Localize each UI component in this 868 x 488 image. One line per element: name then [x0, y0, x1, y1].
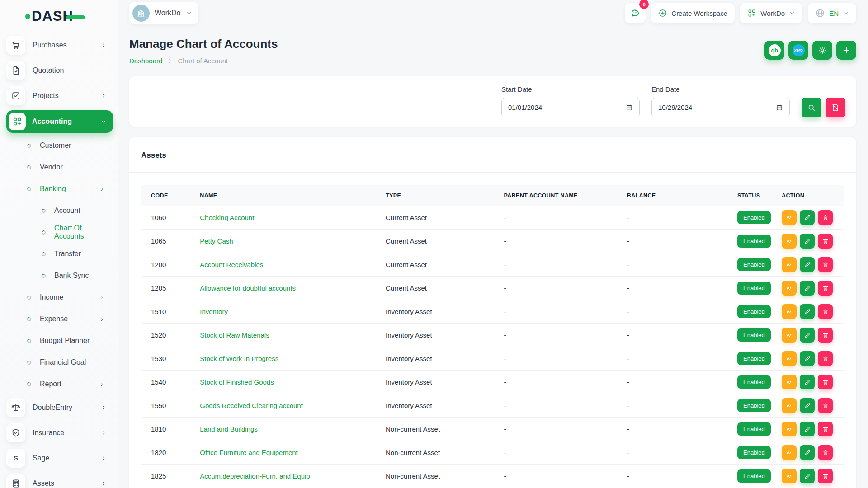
- sidebar-item-financial-goal[interactable]: Financial Goal: [6, 352, 113, 373]
- delete-button[interactable]: [818, 445, 833, 460]
- delete-button[interactable]: [818, 328, 833, 343]
- sidebar-item-report[interactable]: Report: [6, 373, 113, 395]
- transactions-button[interactable]: [782, 398, 797, 413]
- start-date-input[interactable]: 01/01/2024: [501, 98, 640, 117]
- column-header-code: CODE: [141, 185, 194, 206]
- status-badge[interactable]: Enabled: [737, 469, 771, 483]
- account-name-link[interactable]: Accum.depreciation-Furn. and Equip: [200, 472, 310, 480]
- quickbooks-button[interactable]: qb: [764, 41, 784, 60]
- messages-button[interactable]: 0: [625, 3, 646, 23]
- edit-button[interactable]: [800, 422, 815, 436]
- sidebar-item-banking[interactable]: Banking: [6, 178, 113, 200]
- create-workspace-button[interactable]: Create Workspace: [651, 3, 735, 23]
- sidebar-item-expense[interactable]: Expense: [6, 308, 113, 330]
- transactions-button[interactable]: [782, 304, 797, 319]
- delete-button[interactable]: [818, 210, 833, 225]
- delete-button[interactable]: [818, 304, 833, 319]
- add-account-button[interactable]: [836, 41, 856, 60]
- account-name-link[interactable]: Goods Received Clearing account: [200, 402, 303, 409]
- edit-button[interactable]: [800, 351, 815, 366]
- status-badge[interactable]: Enabled: [737, 328, 771, 342]
- transactions-button[interactable]: [782, 328, 797, 343]
- pencil-icon: [804, 285, 811, 292]
- end-date-input[interactable]: 10/29/2024: [651, 98, 790, 117]
- status-badge[interactable]: Enabled: [737, 375, 771, 389]
- breadcrumb-dashboard-link[interactable]: Dashboard: [129, 57, 162, 65]
- delete-button[interactable]: [818, 257, 833, 272]
- delete-button[interactable]: [818, 422, 833, 436]
- account-name-link[interactable]: Stock of Raw Materials: [200, 331, 269, 339]
- transactions-button[interactable]: [782, 234, 797, 249]
- sidebar-item-sage[interactable]: SSage: [6, 446, 113, 471]
- account-name-link[interactable]: Land and Buildings: [200, 425, 258, 433]
- workdo-menu-button[interactable]: WorkDo: [740, 3, 802, 23]
- bullet-icon: [26, 295, 32, 300]
- calendar-icon[interactable]: [776, 104, 783, 111]
- transactions-button[interactable]: [782, 257, 797, 272]
- status-badge[interactable]: Enabled: [737, 305, 771, 318]
- edit-button[interactable]: [800, 304, 815, 319]
- status-badge[interactable]: Enabled: [737, 211, 771, 224]
- search-button[interactable]: [802, 98, 821, 117]
- sidebar-item-purchases[interactable]: Purchases: [6, 33, 113, 58]
- sidebar-item-chart-of-accounts[interactable]: Chart Of Accounts: [6, 221, 113, 243]
- status-badge[interactable]: Enabled: [737, 258, 771, 271]
- xero-button[interactable]: xero: [788, 41, 808, 60]
- edit-button[interactable]: [800, 210, 815, 225]
- delete-button[interactable]: [818, 469, 833, 483]
- sidebar-item-vendor[interactable]: Vendor: [6, 156, 113, 178]
- edit-button[interactable]: [800, 234, 815, 249]
- transactions-button[interactable]: [782, 469, 797, 483]
- account-name-link[interactable]: Allowance for doubtful accounts: [200, 284, 296, 292]
- status-badge[interactable]: Enabled: [737, 235, 771, 248]
- sidebar-item-doubleentry[interactable]: DoubleEntry: [6, 395, 113, 420]
- sidebar-item-bank-sync[interactable]: Bank Sync: [6, 265, 113, 286]
- account-name-link[interactable]: Petty Cash: [200, 237, 233, 245]
- sidebar-item-projects[interactable]: Projects: [6, 83, 113, 108]
- edit-button[interactable]: [800, 445, 815, 460]
- status-badge[interactable]: Enabled: [737, 422, 771, 436]
- sidebar-item-transfer[interactable]: Transfer: [6, 243, 113, 265]
- status-badge[interactable]: Enabled: [737, 399, 771, 412]
- edit-button[interactable]: [800, 398, 815, 413]
- sidebar-item-budget-planner[interactable]: Budget Planner: [6, 330, 113, 352]
- reset-filter-button[interactable]: [826, 98, 845, 117]
- sidebar-item-customer[interactable]: Customer: [6, 135, 113, 156]
- edit-button[interactable]: [800, 375, 815, 389]
- edit-button[interactable]: [800, 328, 815, 343]
- edit-button[interactable]: [800, 281, 815, 296]
- account-name-link[interactable]: Account Receivables: [200, 261, 263, 268]
- status-badge[interactable]: Enabled: [737, 282, 771, 295]
- workspace-selector[interactable]: WorkDo: [129, 2, 198, 24]
- delete-button[interactable]: [818, 351, 833, 366]
- transactions-button[interactable]: [782, 281, 797, 296]
- account-name-link[interactable]: Checking Account: [200, 214, 254, 221]
- edit-button[interactable]: [800, 469, 815, 483]
- language-selector[interactable]: EN: [808, 3, 856, 23]
- sidebar-item-account[interactable]: Account: [6, 200, 113, 221]
- settings-button[interactable]: [812, 41, 832, 60]
- delete-button[interactable]: [818, 398, 833, 413]
- account-name-link[interactable]: Stock of Work In Progress: [200, 355, 278, 362]
- delete-button[interactable]: [818, 375, 833, 389]
- transactions-button[interactable]: [782, 351, 797, 366]
- sidebar-item-accounting[interactable]: Accounting: [6, 110, 113, 133]
- sidebar-item-assets[interactable]: Assets: [6, 471, 113, 488]
- account-name-link[interactable]: Stock of Finished Goods: [200, 378, 274, 386]
- sidebar-item-quotation[interactable]: Quotation: [6, 58, 113, 83]
- sidebar-item-insurance[interactable]: Insurance: [6, 420, 113, 446]
- status-badge[interactable]: Enabled: [737, 446, 771, 459]
- account-name-link[interactable]: Office Furniture and Equipement: [200, 449, 298, 456]
- status-badge[interactable]: Enabled: [737, 352, 771, 365]
- brand-logo[interactable]: DASH: [25, 6, 118, 26]
- transactions-button[interactable]: [782, 422, 797, 436]
- sidebar-item-income[interactable]: Income: [6, 286, 113, 308]
- delete-button[interactable]: [818, 234, 833, 249]
- transactions-button[interactable]: [782, 210, 797, 225]
- transactions-button[interactable]: [782, 445, 797, 460]
- account-name-link[interactable]: Inventory: [200, 308, 228, 315]
- edit-button[interactable]: [800, 257, 815, 272]
- transactions-button[interactable]: [782, 375, 797, 389]
- calendar-icon[interactable]: [626, 104, 633, 111]
- delete-button[interactable]: [818, 281, 833, 296]
